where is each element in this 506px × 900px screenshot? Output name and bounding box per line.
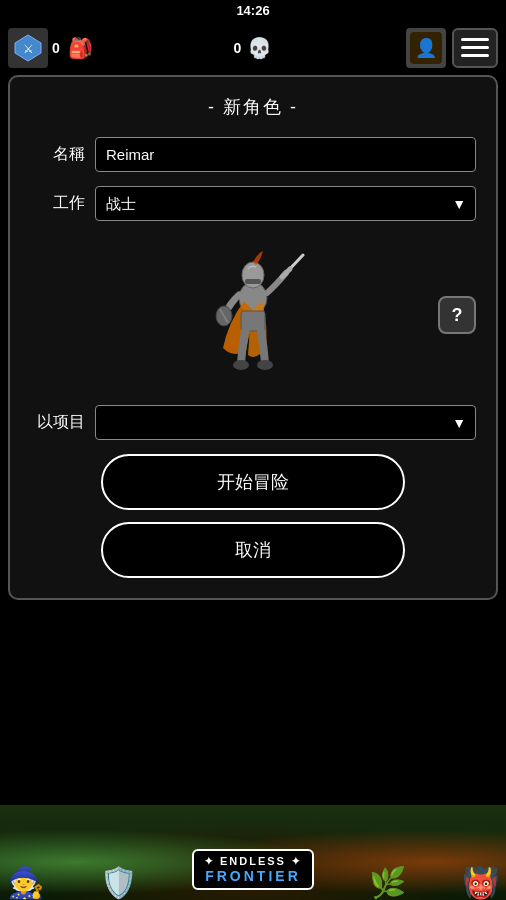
banner-logo: ✦ ENDLESS ✦ FRONTIER: [192, 849, 314, 890]
cancel-button-wrapper: 取消: [30, 522, 476, 578]
skull-icon: 💀: [247, 36, 272, 60]
bottom-banner[interactable]: 🧙 🛡️ ✦ ENDLESS ✦ FRONTIER 🌿 👹: [0, 805, 506, 900]
character-display-area: ?: [30, 235, 476, 395]
svg-point-11: [233, 360, 249, 370]
menu-button[interactable]: [452, 28, 498, 68]
banner-char-1: 🧙: [5, 840, 45, 900]
svg-text:👤: 👤: [415, 37, 438, 59]
start-adventure-button[interactable]: 开始冒险: [101, 454, 404, 510]
svg-text:⚔: ⚔: [23, 42, 34, 56]
banner-char-4: 👹: [461, 840, 501, 900]
svg-line-9: [282, 269, 290, 277]
job-select-wrapper: 战士 法师 弓手 盗贼 ▼: [95, 186, 476, 221]
start-button-wrapper: 开始冒险: [30, 454, 476, 510]
job-select[interactable]: 战士 法师 弓手 盗贼: [95, 186, 476, 221]
project-label: 以项目: [30, 412, 85, 433]
top-bar-center: 0 💀: [234, 36, 273, 60]
banner-characters: 🧙 🛡️ ✦ ENDLESS ✦ FRONTIER 🌿 👹: [0, 805, 506, 900]
left-count: 0: [52, 40, 60, 56]
bag-icon: 🎒: [68, 36, 93, 60]
avatar-right: 👤: [406, 28, 446, 68]
top-bar-right: 👤: [406, 28, 498, 68]
name-input[interactable]: [95, 137, 476, 172]
top-bar: ⚔ 0 🎒 0 💀 👤: [0, 20, 506, 75]
project-select-wrapper: ▼: [95, 405, 476, 440]
new-character-dialog: - 新角色 - 名稱 工作 战士 法师 弓手 盗贼 ▼: [8, 75, 498, 600]
name-label: 名稱: [30, 144, 85, 165]
job-row: 工作 战士 法师 弓手 盗贼 ▼: [30, 186, 476, 221]
action-buttons: 开始冒险 取消: [30, 454, 476, 578]
name-row: 名稱: [30, 137, 476, 172]
banner-char-2: 🛡️: [98, 840, 138, 900]
top-bar-left: ⚔ 0 🎒: [8, 28, 93, 68]
banner-char-3: 🌿: [367, 840, 407, 900]
cancel-button[interactable]: 取消: [101, 522, 404, 578]
status-bar: 14:26: [0, 0, 506, 20]
avatar-left: ⚔: [8, 28, 48, 68]
job-label: 工作: [30, 193, 85, 214]
project-select[interactable]: [95, 405, 476, 440]
project-row: 以项目 ▼: [30, 405, 476, 440]
banner-background: 🧙 🛡️ ✦ ENDLESS ✦ FRONTIER 🌿 👹: [0, 805, 506, 900]
right-count: 0: [234, 40, 242, 56]
help-button[interactable]: ?: [438, 296, 476, 334]
dialog-title: - 新角色 -: [30, 95, 476, 119]
knight-figure: [198, 243, 308, 388]
status-time: 14:26: [236, 3, 269, 18]
svg-rect-6: [245, 279, 261, 284]
svg-point-12: [257, 360, 273, 370]
